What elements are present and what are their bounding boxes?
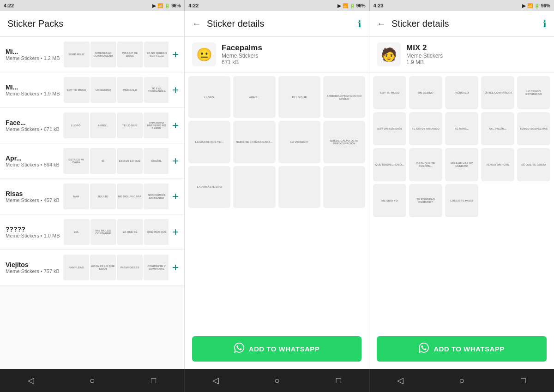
sticker-cell[interactable] <box>323 166 365 208</box>
add-to-whatsapp-label-mid: ADD TO WHATSAPP <box>249 345 320 353</box>
pack-name: Risas <box>6 190 60 197</box>
sticker-cell[interactable]: ME SIDO YO <box>373 184 406 217</box>
pack-add-button[interactable]: + <box>172 83 179 96</box>
main-panels: Sticker Packs Mi...Meme Stickers • 1.2 M… <box>0 11 554 369</box>
sticker-cell[interactable]: NADIE SE LO IMAGINARA... <box>233 121 275 163</box>
sticker-cell[interactable]: SÉ QUE TE GUSTA <box>517 148 550 181</box>
nav-home-mid[interactable] <box>269 372 285 389</box>
sticker-pack-item[interactable]: MI...Meme Stickers • 1.9 MBSOY TU MUSOUN… <box>0 72 184 108</box>
nav-square-mid[interactable] <box>330 372 347 389</box>
pack-add-button[interactable]: + <box>172 154 179 167</box>
nav-back-mid[interactable] <box>207 372 224 389</box>
back-button-mid[interactable]: ← <box>192 18 201 29</box>
sticker-cell[interactable]: TE MIRO... <box>445 112 478 145</box>
sticker-cell[interactable]: PIÉNSALO <box>445 76 478 109</box>
nav-back-left[interactable] <box>23 372 39 389</box>
info-icon-right[interactable]: ℹ <box>543 18 547 30</box>
pack-meta: Meme Stickers • 1.9 MB <box>6 91 60 96</box>
sticker-thumb: ANMAIDAD PREFIERO NO SABER <box>144 113 169 138</box>
sticker-cell[interactable]: MÍRAME HA LOZ HUEBOS! <box>445 148 478 181</box>
pack-add-button[interactable]: + <box>172 226 179 238</box>
sticker-cell[interactable] <box>278 166 320 208</box>
status-bar-left: 4:22 ▶ 📶 🔋 96% <box>0 0 185 11</box>
status-bar-mid: 4:22 ▶ 📶 🔋 96% <box>185 0 369 11</box>
sticker-cell[interactable] <box>233 166 275 208</box>
sticker-pack-list[interactable]: Mi...Meme Stickers • 1.2 MBSERÉ FELIZSIT… <box>0 37 184 369</box>
sticker-cell[interactable]: QUE SOSPECHOSO... <box>373 148 406 181</box>
pack-previews: NAHJIJIJIJIJME DIO UN CARANOS FUIMOS SIN… <box>63 184 169 209</box>
sticker-cell[interactable]: UN BESINO <box>409 76 442 109</box>
pack-previews: SERÉ FELIZSITIENES MI CONTRASEÑAWAS UP D… <box>64 42 169 67</box>
sticker-pack-item[interactable]: Mi...Meme Stickers • 1.2 MBSERÉ FELIZSIT… <box>0 37 184 72</box>
sticker-cell[interactable]: LA MADRE QUE TE.... <box>188 121 230 163</box>
sticker-thumb: TE LO DIJE <box>117 113 143 138</box>
sticker-thumb: SERÉ FELIZ <box>64 42 90 67</box>
pack-name: MI... <box>6 83 60 91</box>
sticker-thumb: TÚ FIEL COMPAÑERA <box>144 77 169 103</box>
sticker-cell[interactable]: LA ARMASTE BRO <box>188 166 230 208</box>
sticker-thumb: JIJIJIJIJ <box>90 184 116 209</box>
detail-header-mid: 😐 Facepalms Meme Stickers 671 kB <box>185 37 369 72</box>
sticker-thumb: HOJA ES LO QUE ERAN <box>90 255 116 280</box>
pack-name-mid: Facepalms <box>222 43 262 53</box>
status-icons-left: ▶ 📶 🔋 96% <box>152 3 181 8</box>
sticker-cell[interactable]: SOY UN SEMIDIÓS <box>373 112 406 145</box>
pack-previews: PAMPLEASHOJA ES LO QUE ERANWIEMPOSSSSCOM… <box>63 255 169 280</box>
nav-section-left <box>0 369 185 392</box>
sticker-pack-item[interactable]: ViejitosMeme Stickers • 757 kBPAMPLEASHO… <box>0 250 184 285</box>
nav-square-left[interactable] <box>145 372 162 389</box>
add-to-wa-bar-right: ADD TO WHATSAPP <box>369 332 554 369</box>
sticker-pack-item[interactable]: Face...Meme Stickers • 671 kBLLORO.AIIIN… <box>0 108 184 143</box>
add-to-whatsapp-button-right[interactable]: ADD TO WHATSAPP <box>377 336 547 362</box>
detail-pack-info-right: MIX 2 Meme Stickers 1.9 MB <box>406 43 443 65</box>
add-to-whatsapp-button-mid[interactable]: ADD TO WHATSAPP <box>192 336 361 362</box>
sticker-thumb: NAH <box>63 184 89 209</box>
sticker-cell[interactable]: TE PONDRÁS RESISTIR? <box>409 184 442 217</box>
sticker-pack-item[interactable]: RisasMeme Stickers • 457 kBNAHJIJIJIJIJM… <box>0 179 184 214</box>
sticker-pack-item[interactable]: ?????Meme Stickers • 1.0 MBEM..MIS MOLES… <box>0 214 184 250</box>
sticker-thumb: NOS FUIMOS SINTIENDO <box>144 184 169 209</box>
sticker-thumb: PIÉNSALO <box>117 77 143 103</box>
sticker-packs-appbar: Sticker Packs <box>0 11 184 37</box>
pack-previews: EM..MIS MOLES CONTARMEYA QUÉ SÉQUÉ MÁS Q… <box>64 219 169 245</box>
nav-home-left[interactable] <box>84 372 101 389</box>
pack-meta: Meme Stickers • 864 kB <box>6 162 60 167</box>
pack-icon-mid: 😐 <box>192 42 216 66</box>
navigation-bar <box>0 369 554 392</box>
sticker-thumb: CREÍOL <box>144 148 169 174</box>
sticker-cell[interactable]: TE ESTOY MIRANDO <box>409 112 442 145</box>
sticker-cell[interactable]: TÚ FIEL COMPAÑERA <box>481 76 514 109</box>
sticker-thumb: ME DIO UN CARA <box>117 184 143 209</box>
sticker-cell[interactable]: SOY TU MUSO <box>373 76 406 109</box>
pack-meta-mid: Meme Stickers 671 kB <box>222 53 262 65</box>
sticker-cell[interactable]: AY... PILLÍN... <box>481 112 514 145</box>
sticker-thumb: YA NO QUIERO SER FELIZ <box>144 42 169 67</box>
sticker-cell[interactable]: QUEDE CALVO DE MI PREOCUPACIÓN <box>323 121 365 163</box>
sticker-cell[interactable]: DEJA QUE TE CUENTE... <box>409 148 442 181</box>
pack-name-right: MIX 2 <box>406 43 443 53</box>
sticker-cell[interactable]: LA VIRGEN!!! <box>278 121 320 163</box>
info-icon-mid[interactable]: ℹ <box>358 18 361 30</box>
sticker-detail-mid-title: Sticker details <box>207 18 358 29</box>
pack-name: ????? <box>6 226 60 233</box>
pack-add-button[interactable]: + <box>172 261 179 274</box>
sticker-cell[interactable]: LUEGO TE PAGO <box>445 184 478 217</box>
nav-back-right[interactable] <box>392 372 409 389</box>
sticker-cell[interactable]: LO TENGO ESTUDIADO <box>517 76 550 109</box>
back-button-right[interactable]: ← <box>377 18 386 29</box>
pack-add-button[interactable]: + <box>172 119 179 132</box>
pack-add-button[interactable]: + <box>172 48 179 61</box>
sticker-cell[interactable]: ANMAIDAD PREFIERO NO SABER <box>323 76 365 118</box>
nav-home-right[interactable] <box>453 372 470 389</box>
whatsapp-icon-mid <box>234 343 244 355</box>
pack-add-button[interactable]: + <box>172 190 179 203</box>
sticker-cell[interactable]: LLORO. <box>188 76 230 118</box>
nav-square-right[interactable] <box>515 372 531 389</box>
sticker-cell[interactable]: TE LO DIJE <box>278 76 320 118</box>
sticker-packs-title: Sticker Packs <box>7 18 177 29</box>
sticker-cell[interactable]: AIIINS... <box>233 76 275 118</box>
sticker-cell[interactable]: TENGO UN PLAN <box>481 148 514 181</box>
sticker-thumb: MIS MOLES CONTARME <box>90 219 116 245</box>
sticker-pack-item[interactable]: Apr...Meme Stickers • 864 kBESTA ES MI C… <box>0 143 184 179</box>
sticker-cell[interactable]: TENGO SOSPECHAS <box>517 112 550 145</box>
